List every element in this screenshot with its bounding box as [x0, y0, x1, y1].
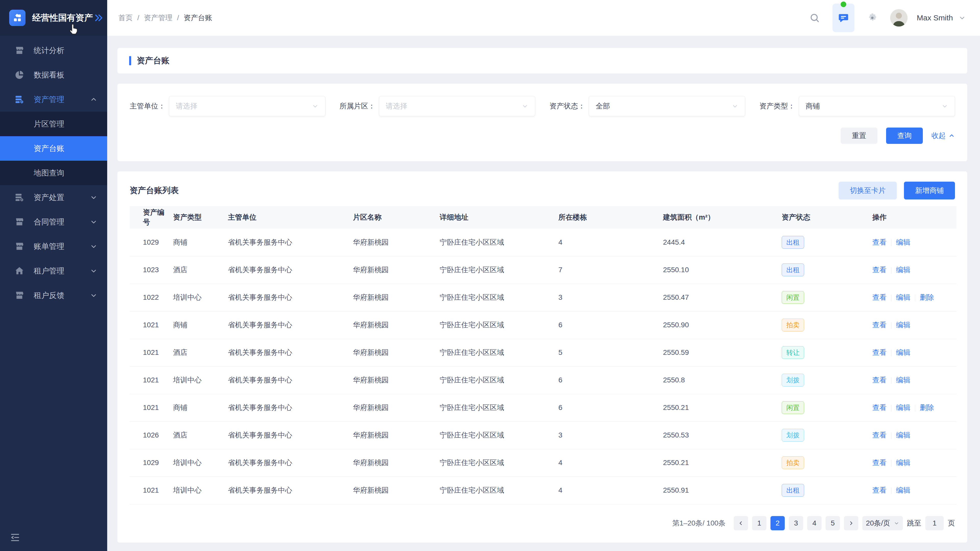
- cell-id: 1029: [130, 449, 170, 476]
- user-menu-chevron-icon[interactable]: [959, 14, 966, 21]
- sidebar-item-contract-management[interactable]: 合同管理: [0, 210, 107, 234]
- sidebar-item-tenant-management[interactable]: 租户管理: [0, 259, 107, 283]
- action-delete-link[interactable]: 删除: [920, 293, 934, 301]
- filter-label: 资产类型：: [759, 101, 795, 111]
- page-button-2[interactable]: 2: [770, 516, 785, 530]
- app-root: 经营性国有资产 统计分析数据看板资产管理片区管理资产台账地图查询资产处置合同管理…: [0, 0, 980, 551]
- page-size-select[interactable]: 20条/页: [862, 516, 903, 530]
- status-badge: 划拨: [782, 429, 804, 441]
- action-edit-link[interactable]: 编辑: [896, 376, 910, 384]
- action-view-link[interactable]: 查看: [872, 321, 886, 329]
- cell-address: 宁卧庄住宅小区区域: [437, 339, 556, 366]
- sidebar-item-label: 租户管理: [34, 266, 90, 276]
- sidebar-item-asset-management[interactable]: 资产管理: [0, 87, 107, 112]
- page-size-value: 20条/页: [866, 518, 890, 528]
- sidebar-item-tenant-feedback[interactable]: 租户反馈: [0, 283, 107, 308]
- collapse-filters-label: 收起: [932, 131, 946, 141]
- cell-address: 宁卧庄住宅小区区域: [437, 366, 556, 394]
- cell-actions: 查看编辑: [870, 311, 956, 339]
- app-title: 经营性国有资产: [32, 12, 93, 24]
- action-edit-link[interactable]: 编辑: [896, 486, 910, 494]
- cell-type: 培训中心: [170, 284, 225, 311]
- action-view-link[interactable]: 查看: [872, 459, 886, 467]
- action-view-link[interactable]: 查看: [872, 266, 886, 274]
- action-edit-link[interactable]: 编辑: [896, 321, 910, 329]
- add-shop-button[interactable]: 新增商铺: [904, 182, 955, 200]
- page-button-5[interactable]: 5: [826, 516, 840, 530]
- table-row: 1021培训中心省机关事务服务中心华府新桃园宁卧庄住宅小区区域42550.91出…: [130, 476, 956, 504]
- page-button-4[interactable]: 4: [807, 516, 821, 530]
- sidebar-item-asset-disposal[interactable]: 资产处置: [0, 185, 107, 210]
- page-suffix-label: 页: [948, 518, 955, 528]
- action-edit-link[interactable]: 编辑: [896, 238, 910, 246]
- column-header: 主管单位: [225, 206, 350, 229]
- action-view-link[interactable]: 查看: [872, 348, 886, 356]
- asset-status-select[interactable]: 全部: [589, 96, 745, 116]
- cell-status: 出租: [779, 476, 870, 504]
- reset-button[interactable]: 重置: [841, 127, 877, 144]
- sidebar-item-stats-analysis[interactable]: 统计分析: [0, 38, 107, 63]
- jump-page-input[interactable]: 1: [925, 516, 944, 530]
- store-icon: [14, 290, 24, 300]
- sidebar-submenu: 片区管理资产台账地图查询: [0, 112, 107, 185]
- avatar[interactable]: [890, 9, 907, 27]
- page-button-1[interactable]: 1: [752, 516, 767, 530]
- status-badge: 出租: [782, 484, 804, 497]
- sidebar-header: 经营性国有资产: [0, 0, 107, 36]
- switch-to-card-button[interactable]: 切换至卡片: [838, 182, 897, 200]
- search-icon[interactable]: [809, 12, 820, 24]
- next-page-button[interactable]: [844, 516, 858, 530]
- action-edit-link[interactable]: 编辑: [896, 403, 910, 411]
- asset-type-select[interactable]: 商铺: [799, 96, 955, 116]
- org-unit-select[interactable]: 请选择: [169, 96, 325, 116]
- cell-org: 省机关事务服务中心: [225, 394, 350, 421]
- action-edit-link[interactable]: 编辑: [896, 348, 910, 356]
- chevron-down-icon: [90, 194, 97, 201]
- sidebar-item-area-management[interactable]: 片区管理: [0, 112, 107, 136]
- prev-page-button[interactable]: [734, 516, 748, 530]
- action-view-link[interactable]: 查看: [872, 486, 886, 494]
- cell-zone: 华府新桃园: [350, 449, 437, 476]
- collapse-filters-link[interactable]: 收起: [932, 131, 955, 141]
- sidebar-subitem-label: 片区管理: [34, 119, 64, 129]
- page-button-3[interactable]: 3: [789, 516, 803, 530]
- action-view-link[interactable]: 查看: [872, 376, 886, 384]
- messages-button[interactable]: [832, 3, 854, 32]
- cell-org: 省机关事务服务中心: [225, 476, 350, 504]
- sidebar-item-bill-management[interactable]: 账单管理: [0, 234, 107, 259]
- breadcrumb-item[interactable]: 首页: [118, 13, 133, 23]
- cell-status: 划拨: [779, 421, 870, 449]
- user-name[interactable]: Max Smith: [917, 14, 953, 22]
- area-select[interactable]: 请选择: [379, 96, 535, 116]
- breadcrumb-item[interactable]: 资产管理: [144, 13, 172, 23]
- action-edit-link[interactable]: 编辑: [896, 293, 910, 301]
- settings-gear-icon[interactable]: [867, 12, 878, 24]
- action-edit-link[interactable]: 编辑: [896, 266, 910, 274]
- action-edit-link[interactable]: 编辑: [896, 459, 910, 467]
- cell-type: 培训中心: [170, 366, 225, 394]
- action-view-link[interactable]: 查看: [872, 431, 886, 439]
- cell-zone: 华府新桃园: [350, 421, 437, 449]
- sidebar-item-asset-ledger[interactable]: 资产台账: [0, 136, 107, 161]
- action-view-link[interactable]: 查看: [872, 293, 886, 301]
- cell-building: 4: [556, 476, 660, 504]
- action-view-link[interactable]: 查看: [872, 238, 886, 246]
- chevron-down-icon: [90, 292, 97, 299]
- search-button[interactable]: 查询: [886, 127, 923, 144]
- sidebar-expand-icon[interactable]: [93, 12, 104, 24]
- cell-actions: 查看编辑: [870, 256, 956, 284]
- cell-id: 1021: [130, 366, 170, 394]
- collapse-menu-icon[interactable]: [10, 532, 21, 544]
- cell-building: 3: [556, 284, 660, 311]
- cell-building: 7: [556, 256, 660, 284]
- cell-building: 6: [556, 394, 660, 421]
- action-delete-link[interactable]: 删除: [920, 403, 934, 411]
- action-edit-link[interactable]: 编辑: [896, 431, 910, 439]
- cell-area: 2550.91: [660, 476, 779, 504]
- sidebar: 经营性国有资产 统计分析数据看板资产管理片区管理资产台账地图查询资产处置合同管理…: [0, 0, 107, 551]
- sidebar-item-data-dashboard[interactable]: 数据看板: [0, 63, 107, 87]
- cell-org: 省机关事务服务中心: [225, 229, 350, 256]
- action-view-link[interactable]: 查看: [872, 403, 886, 411]
- sidebar-item-map-query[interactable]: 地图查询: [0, 161, 107, 185]
- cell-zone: 华府新桃园: [350, 284, 437, 311]
